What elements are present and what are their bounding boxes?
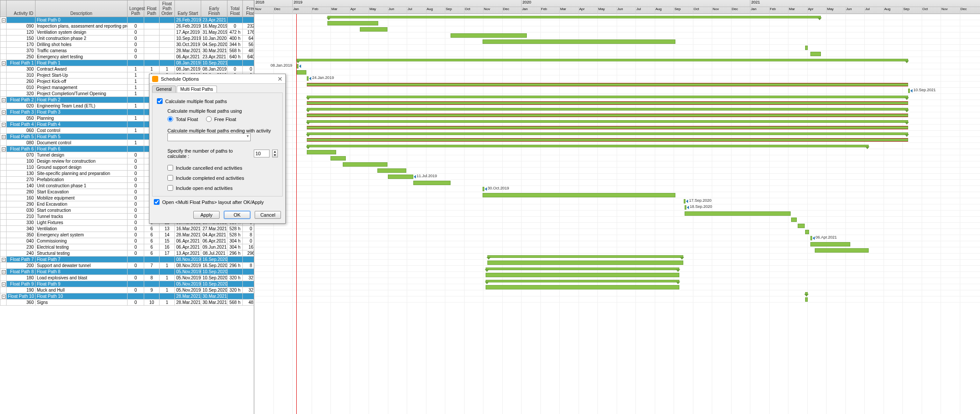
table-row[interactable]: 240Structural testing061713.Apr.202108.J… xyxy=(0,250,255,257)
gantt-bar[interactable] xyxy=(451,33,527,38)
gantt-bar[interactable] xyxy=(486,273,679,277)
chk-cancelled[interactable] xyxy=(167,165,173,171)
gantt-bar[interactable] xyxy=(483,39,676,44)
table-row[interactable]: 150Unit construction phase 2010.Sep.2019… xyxy=(0,36,255,42)
gantt-bar[interactable] xyxy=(307,120,908,123)
gantt-bar[interactable] xyxy=(307,76,309,81)
gantt-bar[interactable] xyxy=(684,199,685,203)
th-free-float[interactable]: Free Float xyxy=(243,0,255,17)
collapse-icon[interactable]: − xyxy=(2,135,6,139)
group-row[interactable]: −Float Path 10Float Path 1028.Mar.202130… xyxy=(0,293,255,300)
gantt-bar[interactable] xyxy=(810,52,821,56)
gantt-bar[interactable] xyxy=(798,224,805,228)
gantt-bar[interactable] xyxy=(486,268,679,270)
gantt-bar[interactable] xyxy=(307,132,908,135)
gantt-bar[interactable] xyxy=(330,156,346,161)
gantt-bar[interactable] xyxy=(307,108,908,111)
chk-open-end[interactable] xyxy=(167,185,173,191)
chk-completed[interactable] xyxy=(167,175,173,181)
gantt-bar[interactable] xyxy=(297,59,908,61)
collapse-icon[interactable]: − xyxy=(2,295,6,299)
gantt-bar[interactable] xyxy=(297,64,298,68)
gantt-bar[interactable] xyxy=(685,211,791,216)
table-row[interactable]: 190Muck and Hull09105.Nov.201910.Sep.202… xyxy=(0,287,255,293)
gantt-bar[interactable] xyxy=(805,46,808,50)
table-row[interactable]: 120Ventilation system design017.Apr.2019… xyxy=(0,29,255,36)
collapse-icon[interactable]: − xyxy=(2,123,6,127)
table-row[interactable]: 360Signs010128.Mar.202130.Mar.2021568 h4… xyxy=(0,300,255,306)
radio-total-float[interactable] xyxy=(167,116,173,122)
apply-button[interactable]: Apply xyxy=(193,211,220,219)
table-row[interactable]: 170Drilling shot holes030.Oct.201904.Sep… xyxy=(0,42,255,48)
gantt-bar[interactable] xyxy=(483,187,484,191)
group-row[interactable]: −Float Path 8Float Path 805.Nov.201910.S… xyxy=(0,269,255,275)
collapse-icon[interactable]: − xyxy=(2,98,6,102)
gantt-bar[interactable] xyxy=(327,16,821,18)
gantt-bar[interactable] xyxy=(486,285,679,289)
th-early-start[interactable]: Early Start xyxy=(175,0,201,17)
table-row[interactable]: 090Inspection plans, assessment and repo… xyxy=(0,23,255,29)
th-total-float[interactable]: TotalFloat xyxy=(227,0,243,17)
gantt-bar[interactable] xyxy=(307,83,908,86)
gantt-bar[interactable] xyxy=(486,280,679,282)
group-row[interactable]: −Float Path 026.Feb.201923.Apr.2021 xyxy=(0,17,255,23)
cancel-button[interactable]: Cancel xyxy=(255,211,281,219)
table-row[interactable]: 250Emergency alert testing006.Apr.202123… xyxy=(0,54,255,60)
collapse-icon[interactable]: − xyxy=(2,147,6,151)
gantt-bar[interactable] xyxy=(483,193,676,197)
group-row[interactable]: −Float Path 9Float Path 905.Nov.201910.S… xyxy=(0,281,255,287)
close-icon[interactable]: ✕ xyxy=(277,75,283,82)
gantt-bar[interactable] xyxy=(377,168,406,173)
collapse-icon[interactable]: − xyxy=(2,61,6,65)
gantt-bar[interactable] xyxy=(307,96,908,98)
chk-open-layout[interactable] xyxy=(154,199,160,205)
collapse-icon[interactable]: − xyxy=(2,258,6,262)
tab-general[interactable]: General xyxy=(152,86,176,93)
gantt-bar[interactable] xyxy=(810,236,812,240)
gantt-bar[interactable] xyxy=(307,145,869,147)
collapse-icon[interactable]: − xyxy=(2,270,6,274)
gantt-bar[interactable] xyxy=(307,139,908,141)
table-row[interactable]: 300Contract Award11108.Jan.201908.Jan.20… xyxy=(0,66,255,72)
combo-ending-activity[interactable] xyxy=(167,133,251,141)
gantt-bar[interactable] xyxy=(487,261,683,265)
th-float-path-order[interactable]: Float PathOrder xyxy=(160,0,175,17)
table-row[interactable]: 370Traffic cameras028.Mar.202130.Mar.202… xyxy=(0,48,255,54)
tab-multi-float-paths[interactable]: Multi Float Paths xyxy=(177,86,217,93)
th-float-path[interactable]: Float Path xyxy=(144,0,160,17)
gantt-bar[interactable] xyxy=(297,70,306,75)
chk-calc-multi[interactable] xyxy=(157,98,163,104)
dialog-titlebar[interactable]: Schedule Options ✕ xyxy=(149,74,285,84)
gantt-bar[interactable] xyxy=(343,162,388,167)
gantt-bar[interactable] xyxy=(487,255,683,258)
gantt-bar[interactable] xyxy=(810,242,850,246)
gantt-bar[interactable] xyxy=(307,102,908,104)
ok-button[interactable]: OK xyxy=(224,211,250,219)
th-description[interactable]: Description xyxy=(36,0,128,17)
table-row[interactable]: 340Ventilation061316.Mar.202127.Mar.2021… xyxy=(0,226,255,232)
gantt-bar[interactable] xyxy=(307,126,908,129)
table-row[interactable]: 230Electrical testing061606.Apr.202109.J… xyxy=(0,244,255,250)
collapse-icon[interactable]: − xyxy=(2,111,6,114)
table-row[interactable]: 040Commissioning061506.Apr.202106.Apr.20… xyxy=(0,238,255,244)
gantt-bar[interactable] xyxy=(685,205,686,210)
radio-free-float[interactable] xyxy=(206,116,212,122)
group-row[interactable]: −Float Path 7Float Path 708.Nov.201916.S… xyxy=(0,257,255,263)
gantt-bar[interactable] xyxy=(805,230,809,234)
th-activity-id[interactable]: Activity ID xyxy=(7,0,36,17)
gantt-bar[interactable] xyxy=(805,297,808,302)
th-early-finish[interactable]: Early Finish xyxy=(201,0,227,17)
collapse-icon[interactable]: − xyxy=(2,282,6,286)
gantt-bar[interactable] xyxy=(791,218,797,222)
gantt-bar[interactable] xyxy=(908,89,910,93)
gantt-bar[interactable] xyxy=(307,114,908,117)
gantt-bar[interactable] xyxy=(413,181,451,185)
table-row[interactable]: 200Support and dewater tunnel07108.Nov.2… xyxy=(0,263,255,269)
gantt-bar[interactable] xyxy=(815,248,869,253)
group-row[interactable]: −Float Path 1Float Path 108.Jan.201910.S… xyxy=(0,60,255,66)
gantt-bar[interactable] xyxy=(360,27,388,32)
gantt-chart-body[interactable]: 08.Jan.201924.Jan.201910.Sep.202111.Jul.… xyxy=(254,14,980,414)
table-row[interactable]: 350Emergency alert system061428.Mar.2021… xyxy=(0,232,255,238)
gantt-bar[interactable] xyxy=(327,21,378,25)
table-row[interactable]: 180Load explosives and blast08105.Nov.20… xyxy=(0,275,255,281)
